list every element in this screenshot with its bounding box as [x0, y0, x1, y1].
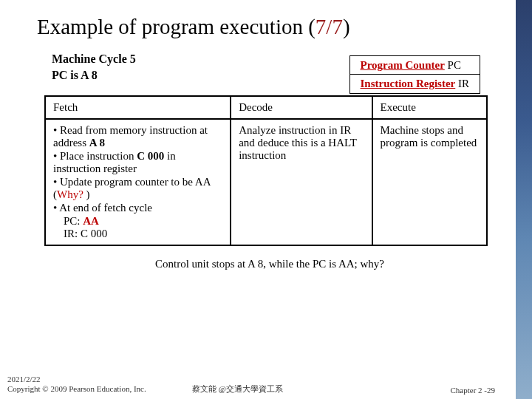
fetch-l5b: AA [83, 215, 99, 227]
fetch-l2b: C 000 [137, 150, 164, 162]
footer-left: 2021/2/22 Copyright © 2009 Pearson Educa… [7, 375, 146, 395]
fetch-l1b: A 8 [89, 137, 105, 149]
fetch-l5a: PC: [64, 215, 83, 227]
title-suffix: ) [343, 15, 350, 38]
fetch-l4: At end of fetch cycle [59, 202, 152, 214]
ir-register-box: Instruction Register IR [349, 74, 480, 94]
footer-date: 2021/2/22 [7, 375, 41, 383]
pc-register-abbr: PC [448, 59, 461, 71]
pc-register-name: Program Counter [361, 59, 445, 71]
table-row: Read from memory instruction at address … [45, 119, 487, 245]
fetch-l3c: ) [86, 188, 90, 200]
caption-text: Control unit stops at A 8, while the PC … [37, 258, 502, 270]
cycle-table: Fetch Decode Execute Read from memory in… [44, 95, 488, 246]
fetch-l2a: Place instruction [60, 150, 137, 162]
col-decode: Decode [239, 101, 273, 113]
table-header-row: Fetch Decode Execute [45, 96, 487, 119]
pc-register-box: Program Counter PC [349, 55, 480, 75]
decode-cell: Analyze instruction in IR and deduce thi… [231, 119, 372, 245]
fetch-l6: IR: C 000 [53, 228, 222, 240]
fetch-l1a: Read from memory instruction at address [53, 124, 208, 149]
execute-cell: Machine stops and program is completed [372, 119, 487, 245]
col-execute: Execute [381, 101, 416, 113]
slide-title: Example of program execution (7/7) [37, 15, 502, 39]
slide-content: Example of program execution (7/7) Machi… [0, 0, 532, 399]
ir-register-name: Instruction Register [361, 78, 456, 89]
fetch-cell: Read from memory instruction at address … [45, 119, 231, 245]
col-fetch: Fetch [53, 101, 78, 113]
ir-register-abbr: IR [458, 78, 469, 89]
fetch-l3b: Why? [57, 188, 86, 200]
title-slide-number: 7/7 [316, 15, 343, 38]
footer-author: 蔡文能 @交通大學資工系 [192, 383, 283, 395]
register-boxes: Program Counter PC Instruction Register … [349, 56, 480, 94]
footer-copyright: Copyright © 2009 Pearson Education, Inc. [7, 384, 146, 393]
title-prefix: Example of program execution ( [37, 15, 316, 38]
footer-page: Chapter 2 -29 [451, 386, 495, 395]
